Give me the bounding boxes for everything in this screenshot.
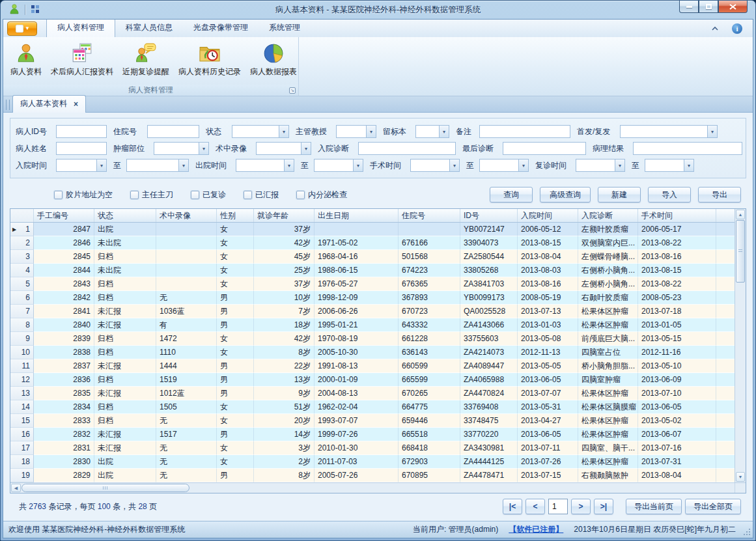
table-cell[interactable]: 女	[217, 414, 254, 428]
scroll-up-icon[interactable]: ▲	[736, 210, 745, 219]
table-cell[interactable]: 2831	[34, 441, 94, 455]
scroll-left-icon[interactable]: ◀	[11, 484, 21, 492]
table-cell[interactable]: 女	[217, 400, 254, 414]
table-cell[interactable]: 2829	[34, 469, 94, 482]
checkbox-box-icon[interactable]	[54, 191, 63, 199]
table-cell[interactable]: 8岁	[254, 469, 315, 482]
checkbox-box-icon[interactable]	[296, 191, 305, 199]
table-row[interactable]: ▶12847出院女37岁YB00721472006-05-12左额叶胶质瘤200…	[10, 223, 735, 236]
table-cell[interactable]: 2830	[34, 455, 94, 469]
table-cell[interactable]: 670723	[399, 305, 460, 318]
table-cell[interactable]: 右侧桥小脑角...	[578, 264, 638, 277]
minimize-button[interactable]	[679, 1, 699, 13]
combo-arrow-icon[interactable]: ▾	[615, 160, 624, 171]
filter-combo-1-2[interactable]: ▾	[256, 142, 311, 155]
action-button-1[interactable]: 高级查询	[540, 187, 591, 202]
table-cell[interactable]: 20岁	[254, 414, 315, 428]
resize-grip-icon[interactable]	[744, 529, 750, 535]
tab-close-icon[interactable]: ×	[74, 101, 78, 107]
table-cell[interactable]: 1988-06-15	[315, 264, 399, 277]
checkbox-4[interactable]: 内分泌检查	[296, 189, 347, 201]
column-header-9[interactable]: 入院诊断	[578, 209, 638, 222]
filter-input-1-3[interactable]	[358, 142, 456, 155]
table-cell[interactable]: 2011-07-03	[315, 455, 399, 469]
filter-combo-0-4[interactable]: ▾	[415, 125, 449, 138]
column-header-8[interactable]: 入院时间	[518, 209, 578, 222]
table-cell[interactable]: 643332	[399, 318, 460, 332]
first-page-button[interactable]: |<	[503, 499, 522, 514]
filter-combo-1-1[interactable]: ▾	[154, 142, 209, 155]
table-cell[interactable]: 2837	[34, 359, 94, 373]
table-cell[interactable]: 2834	[34, 400, 94, 414]
table-row[interactable]: 82840未汇报有男18岁1995-01-21643332ZA414306620…	[10, 318, 735, 332]
table-cell[interactable]: 归档	[94, 277, 156, 291]
table-cell[interactable]: 松果体区肿瘤	[578, 428, 638, 441]
combo-arrow-icon[interactable]: ▾	[449, 160, 459, 171]
filter-combo-2-4[interactable]: ▾	[410, 159, 460, 172]
checkbox-box-icon[interactable]	[244, 191, 252, 199]
horizontal-scrollbar[interactable]: ◀	[10, 482, 746, 493]
table-cell[interactable]: 女	[217, 264, 254, 277]
table-cell[interactable]: 2013-07-11	[518, 441, 578, 455]
table-row[interactable]: 142834归档1505女51岁1962-02-0466477533769408…	[10, 400, 735, 414]
collapse-ribbon-icon[interactable]	[711, 24, 719, 33]
table-cell[interactable]: 松果体区肿瘤	[578, 414, 638, 428]
combo-arrow-icon[interactable]: ▾	[199, 143, 208, 154]
checkbox-2[interactable]: 已复诊	[191, 189, 226, 201]
combo-arrow-icon[interactable]: ▾	[353, 160, 363, 171]
table-cell[interactable]: 1968-04-16	[315, 250, 399, 264]
table-cell[interactable]: 归档	[94, 332, 156, 346]
table-cell[interactable]: 2842	[34, 291, 94, 305]
table-cell[interactable]: YB0072147	[460, 223, 518, 236]
table-cell[interactable]: 2013-07-18	[638, 305, 716, 318]
table-cell[interactable]: 676365	[399, 277, 460, 291]
table-cell[interactable]: 左额叶胶质瘤	[578, 223, 638, 236]
table-row[interactable]: 92839归档1472女42岁1970-08-19661228337556032…	[10, 332, 735, 346]
table-cell[interactable]: 2841	[34, 305, 94, 318]
row-indicator[interactable]: ▶1	[10, 223, 34, 236]
table-cell[interactable]: 男	[217, 469, 254, 482]
table-cell[interactable]: 2013-07-13	[518, 305, 578, 318]
table-cell[interactable]: 33748475	[460, 414, 518, 428]
row-indicator[interactable]: 7	[10, 305, 34, 318]
table-cell[interactable]: 1012蓝	[156, 387, 217, 400]
table-cell[interactable]: 男	[217, 359, 254, 373]
export-all-pages-button[interactable]: 导出全部页	[685, 499, 741, 514]
table-cell[interactable]: 1110	[156, 346, 217, 359]
table-cell[interactable]: 664775	[399, 400, 460, 414]
export-current-page-button[interactable]: 导出当前页	[626, 499, 682, 514]
table-cell[interactable]: 2835	[34, 387, 94, 400]
table-cell[interactable]: 10岁	[254, 291, 315, 305]
table-cell[interactable]: 右颞叶胶质瘤	[578, 291, 638, 305]
ribbon-button-4[interactable]: 病人数据报表	[245, 40, 301, 79]
table-cell[interactable]: 33755603	[460, 332, 518, 346]
table-row[interactable]: 42844未出院女25岁1988-06-15674223338052682013…	[10, 264, 735, 277]
combo-arrow-icon[interactable]: ▾	[684, 160, 693, 171]
column-header-10[interactable]: 手术时间	[638, 209, 716, 222]
table-cell[interactable]: 2012-11-16	[638, 346, 716, 359]
application-menu-button[interactable]: ▾	[7, 21, 37, 36]
table-cell[interactable]: 2013-01-05	[638, 318, 716, 332]
combo-arrow-icon[interactable]: ▾	[707, 126, 717, 137]
table-cell[interactable]: 9岁	[254, 387, 315, 400]
table-cell[interactable]: 1472	[156, 332, 217, 346]
combo-arrow-icon[interactable]: ▾	[301, 143, 311, 154]
row-indicator[interactable]: 15	[10, 414, 34, 428]
table-row[interactable]: 62842归档无男10岁1998-12-09367893YB0099173200…	[10, 291, 735, 305]
table-cell[interactable]: 2013-06-05	[518, 373, 578, 387]
row-indicator[interactable]: 3	[10, 250, 34, 264]
table-cell[interactable]: 2844	[34, 264, 94, 277]
table-cell[interactable]: 2013-07-15	[518, 469, 578, 482]
table-cell[interactable]: 2013-07-07	[518, 387, 578, 400]
table-cell[interactable]: 有	[156, 318, 217, 332]
table-cell[interactable]: 未汇报	[94, 441, 156, 455]
table-cell[interactable]: 前颅底巨大脑...	[578, 332, 638, 346]
table-cell[interactable]: 670895	[399, 469, 460, 482]
table-cell[interactable]: 1991-08-13	[315, 359, 399, 373]
checkbox-0[interactable]: 胶片地址为空	[54, 189, 113, 201]
column-header-3[interactable]: 性别	[217, 209, 254, 222]
row-indicator[interactable]: 10	[10, 346, 34, 359]
table-cell[interactable]: 四脑室、脑干...	[578, 441, 638, 455]
table-cell[interactable]: 1993-07-07	[315, 414, 399, 428]
filter-combo-2-3[interactable]: ▾	[314, 159, 363, 172]
